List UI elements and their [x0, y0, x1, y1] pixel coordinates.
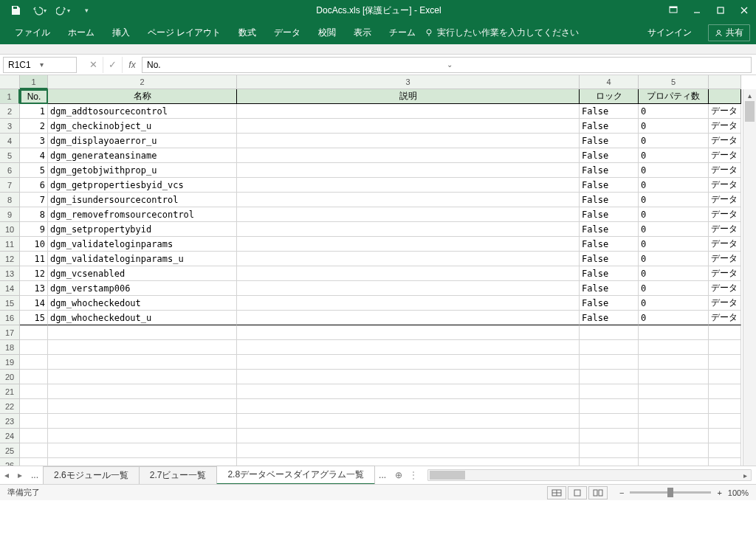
cell[interactable]: False: [580, 281, 639, 296]
cell[interactable]: 7: [20, 193, 48, 207]
cell[interactable]: False: [580, 178, 639, 193]
cell[interactable]: [20, 399, 48, 414]
cell[interactable]: [237, 222, 580, 237]
qat-customize-icon[interactable]: ▾: [77, 1, 96, 20]
cell[interactable]: [580, 370, 639, 384]
column-header[interactable]: 4: [580, 75, 639, 89]
cell[interactable]: [237, 119, 580, 134]
cell[interactable]: [709, 340, 741, 355]
row-header[interactable]: 13: [0, 266, 20, 281]
tab-insert[interactable]: 挿入: [103, 22, 139, 44]
cell[interactable]: 0: [639, 119, 709, 134]
cell[interactable]: [709, 384, 741, 399]
cell[interactable]: 0: [639, 266, 709, 281]
cell[interactable]: dgm_setpropertybyid: [48, 222, 237, 237]
cell[interactable]: 6: [20, 178, 48, 193]
cell[interactable]: 12: [20, 266, 48, 281]
cell[interactable]: False: [580, 222, 639, 237]
cell[interactable]: [709, 443, 741, 458]
sheet-nav-last[interactable]: ...: [374, 470, 391, 480]
cell[interactable]: 0: [639, 237, 709, 252]
cell[interactable]: 0: [639, 296, 709, 311]
cell[interactable]: dgm_validateloginparams: [48, 237, 237, 252]
save-icon[interactable]: [6, 1, 25, 20]
scrollbar-thumb[interactable]: [745, 101, 755, 122]
cell[interactable]: 説明: [237, 89, 580, 104]
row-header[interactable]: 7: [0, 178, 20, 193]
cell[interactable]: dgm_getpropertiesbyid_vcs: [48, 178, 237, 193]
row-header[interactable]: 18: [0, 340, 20, 355]
cell[interactable]: 3: [20, 134, 48, 148]
row-header[interactable]: 12: [0, 252, 20, 266]
cell[interactable]: [48, 355, 237, 370]
cell[interactable]: dgm_whocheckedout_u: [48, 311, 237, 325]
cell[interactable]: dgm_vcsenabled: [48, 266, 237, 281]
select-all-button[interactable]: [0, 75, 20, 89]
cell[interactable]: dgm_addtosourcecontrol: [48, 104, 237, 119]
cell[interactable]: 0: [639, 222, 709, 237]
share-button[interactable]: 共有: [708, 24, 750, 41]
scroll-right-icon[interactable]: ▸: [740, 470, 749, 480]
sheet-nav-prev-icon[interactable]: ◂: [0, 470, 13, 480]
cell[interactable]: False: [580, 163, 639, 178]
tab-view[interactable]: 表示: [345, 22, 380, 44]
cell[interactable]: [20, 414, 48, 429]
row-header[interactable]: 22: [0, 399, 20, 414]
row-header[interactable]: 24: [0, 429, 20, 443]
cell[interactable]: [709, 325, 741, 340]
cell[interactable]: dgm_validateloginparams_u: [48, 252, 237, 266]
cell[interactable]: [639, 340, 709, 355]
cell[interactable]: [237, 296, 580, 311]
cell[interactable]: [48, 384, 237, 399]
cell[interactable]: 15: [20, 311, 48, 325]
cell[interactable]: [20, 370, 48, 384]
cell[interactable]: [48, 414, 237, 429]
cell[interactable]: 0: [639, 252, 709, 266]
cell[interactable]: [709, 89, 741, 104]
row-header[interactable]: 19: [0, 355, 20, 370]
tab-home[interactable]: ホーム: [59, 22, 103, 44]
cell[interactable]: dgm_generateansiname: [48, 148, 237, 163]
cell[interactable]: 0: [639, 193, 709, 207]
ribbon-display-options-icon[interactable]: [662, 0, 685, 21]
view-normal-icon[interactable]: [547, 486, 566, 499]
cell[interactable]: [580, 355, 639, 370]
cell[interactable]: 9: [20, 222, 48, 237]
cell[interactable]: [48, 429, 237, 443]
sheet-tab[interactable]: 2.7ビュー一覧: [139, 466, 218, 484]
cell[interactable]: データ: [709, 252, 741, 266]
tab-data[interactable]: データ: [265, 22, 309, 44]
cell[interactable]: データ: [709, 281, 741, 296]
cell[interactable]: [580, 325, 639, 340]
cell[interactable]: 4: [20, 148, 48, 163]
row-header[interactable]: 4: [0, 134, 20, 148]
name-box[interactable]: R1C1▾: [3, 57, 77, 73]
cell[interactable]: 10: [20, 237, 48, 252]
tellme-input[interactable]: 実行したい作業を入力してください: [425, 27, 579, 39]
cell[interactable]: dgm_isundersourcecontrol: [48, 193, 237, 207]
cell[interactable]: False: [580, 193, 639, 207]
cell[interactable]: [580, 429, 639, 443]
cell[interactable]: [237, 370, 580, 384]
cell[interactable]: [580, 340, 639, 355]
cell[interactable]: dgm_removefromsourcecontrol: [48, 207, 237, 222]
cell[interactable]: [237, 384, 580, 399]
cell[interactable]: [709, 414, 741, 429]
cell[interactable]: [580, 384, 639, 399]
cell[interactable]: [580, 414, 639, 429]
cell[interactable]: False: [580, 266, 639, 281]
cell[interactable]: [237, 252, 580, 266]
cell[interactable]: False: [580, 119, 639, 134]
cell[interactable]: [639, 399, 709, 414]
cell[interactable]: [237, 340, 580, 355]
cell[interactable]: [20, 355, 48, 370]
cell[interactable]: データ: [709, 222, 741, 237]
cell[interactable]: [237, 355, 580, 370]
cell[interactable]: 0: [639, 207, 709, 222]
zoom-in-button[interactable]: +: [717, 488, 721, 497]
cell[interactable]: データ: [709, 163, 741, 178]
cell[interactable]: [237, 163, 580, 178]
cell[interactable]: プロパティ数: [639, 89, 709, 104]
cell[interactable]: [20, 340, 48, 355]
cell[interactable]: 0: [639, 148, 709, 163]
